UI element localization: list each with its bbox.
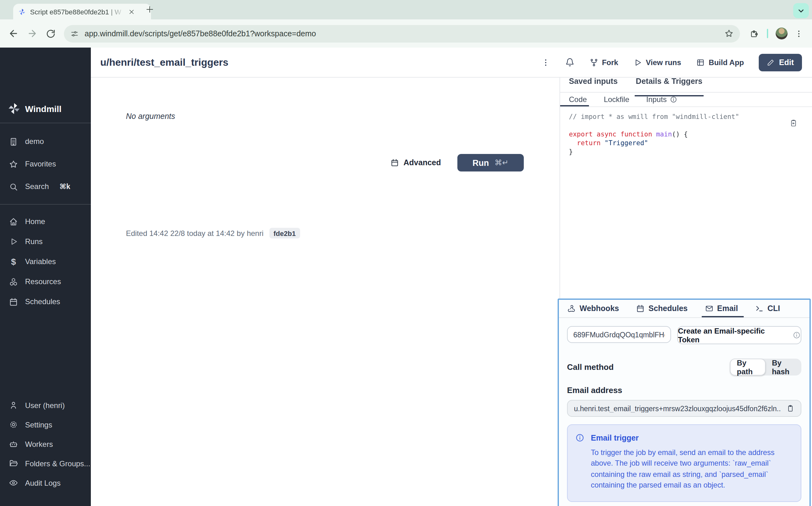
sidebar-item-label: Audit Logs	[25, 479, 60, 487]
tab-inputs[interactable]: Inputs	[646, 95, 677, 104]
advanced-label: Advanced	[404, 158, 441, 167]
header-actions: Fork View runs Build App	[541, 48, 802, 77]
back-icon[interactable]	[8, 28, 19, 39]
build-app-label: Build App	[708, 58, 744, 67]
info-icon	[793, 331, 801, 339]
details-tabs: Saved inputs Details & Triggers	[560, 77, 812, 93]
sidebar-item-folders[interactable]: Folders & Groups...	[0, 454, 91, 473]
screen: Script e857be88e0fde2b1 | W app.windmill…	[0, 0, 812, 506]
sidebar-item-label: Schedules	[25, 297, 60, 306]
tab-lockfile[interactable]: Lockfile	[604, 95, 629, 104]
code-viewer[interactable]: // import * as wmill from "windmill-clie…	[569, 112, 739, 156]
email-address-label: Email address	[567, 386, 801, 395]
call-method-label: Call method	[567, 362, 614, 372]
browser-tab[interactable]: Script e857be88e0fde2b1 | W	[13, 4, 151, 19]
advanced-button[interactable]: Advanced	[390, 158, 441, 167]
sidebar-item-user[interactable]: User (henri)	[0, 396, 91, 415]
tab-code[interactable]: Code	[569, 95, 587, 104]
edit-button[interactable]: Edit	[759, 54, 802, 71]
create-email-token-button[interactable]: Create an Email-specific Token	[677, 326, 801, 344]
sidebar-item-runs[interactable]: Runs	[0, 232, 91, 252]
email-trigger-info-box: Email trigger To trigger the job by emai…	[567, 424, 801, 502]
tab-schedules-label: Schedules	[649, 304, 688, 313]
profile-avatar[interactable]	[776, 27, 788, 39]
build-app-button[interactable]: Build App	[696, 58, 744, 67]
home-icon	[9, 217, 18, 226]
extensions-icon[interactable]	[749, 28, 759, 38]
bookmark-star-icon[interactable]	[724, 29, 734, 38]
calendar-icon	[636, 304, 645, 313]
email-trigger-info-text: To trigger the job by email, send an ema…	[591, 447, 792, 491]
sidebar-item-label: Favorites	[25, 160, 56, 168]
copy-clipboard-icon[interactable]	[786, 404, 795, 412]
toolbar-divider	[767, 29, 768, 38]
email-trigger-info-title: Email trigger	[591, 433, 639, 442]
call-method-row: Call method By path By hash	[567, 359, 801, 375]
sidebar-item-home[interactable]: Home	[0, 212, 91, 232]
search-icon	[9, 182, 18, 191]
sidebar-item-settings[interactable]: Settings	[0, 415, 91, 434]
sidebar-item-label: demo	[25, 137, 44, 146]
tab-schedules[interactable]: Schedules	[636, 300, 688, 317]
new-tab-icon[interactable]	[145, 5, 154, 14]
tab-webhooks-label: Webhooks	[580, 304, 619, 313]
sidebar-item-label: Runs	[25, 237, 43, 246]
by-hash-option[interactable]: By hash	[766, 359, 801, 375]
sidebar-item-schedules[interactable]: Schedules	[0, 291, 91, 312]
sidebar-item-variables[interactable]: $ Variables	[0, 252, 91, 272]
view-runs-button[interactable]: View runs	[633, 58, 681, 67]
browser-toolbar: app.windmill.dev/scripts/get/e857be88e0f…	[0, 19, 812, 48]
tab-email[interactable]: Email	[704, 300, 738, 317]
main-area: u/henri/test_email_triggers Fork	[91, 48, 812, 506]
close-tab-icon[interactable]	[128, 8, 135, 15]
tab-webhooks[interactable]: Webhooks	[567, 300, 619, 317]
windmill-brand[interactable]: Windmill	[7, 102, 61, 115]
url-bar[interactable]: app.windmill.dev/scripts/get/e857be88e0f…	[64, 25, 740, 42]
sidebar-item-audit-logs[interactable]: Audit Logs	[0, 473, 91, 493]
edit-label: Edit	[779, 58, 794, 67]
email-address-value: u.henri.test_email_triggers+mrsw23zlouxg…	[574, 405, 781, 412]
tab-details-triggers[interactable]: Details & Triggers	[636, 77, 703, 92]
terminal-icon	[755, 304, 764, 313]
script-header: u/henri/test_email_triggers Fork	[91, 48, 812, 78]
folder-icon	[9, 459, 18, 468]
tab-cli[interactable]: CLI	[755, 300, 780, 317]
sidebar-item-label: Settings	[25, 420, 52, 429]
tab-cli-label: CLI	[767, 304, 780, 313]
version-hash-badge[interactable]: fde2b1	[269, 228, 300, 239]
site-settings-icon[interactable]	[70, 29, 79, 38]
edited-text: Edited 14:42 22/8 today at 14:42 by henr…	[126, 229, 263, 238]
forward-icon[interactable]	[27, 28, 38, 39]
sidebar-item-label: Resources	[25, 277, 61, 286]
sidebar-item-demo[interactable]: demo	[0, 130, 91, 153]
info-icon	[670, 95, 677, 103]
call-method-toggle: By path By hash	[730, 359, 801, 375]
sidebar-item-label: Workers	[25, 440, 53, 448]
fork-icon	[589, 58, 598, 67]
sidebar-item-resources[interactable]: Resources	[0, 272, 91, 291]
tab-saved-inputs[interactable]: Saved inputs	[569, 77, 618, 92]
sidebar-item-favorites[interactable]: Favorites	[0, 153, 91, 175]
sidebar-item-search[interactable]: Search ⌘k	[0, 175, 91, 198]
sidebar-item-workers[interactable]: Workers	[0, 434, 91, 454]
calendar-icon	[390, 158, 399, 167]
tab-search-chevron-button[interactable]	[793, 3, 809, 18]
search-shortcut: ⌘k	[60, 182, 70, 191]
sidebar-item-label: User (henri)	[25, 401, 65, 410]
fork-button[interactable]: Fork	[589, 58, 618, 67]
notifications-bell-icon[interactable]	[565, 58, 574, 67]
browser-tab-strip: Script e857be88e0fde2b1 | W	[0, 0, 812, 19]
url-text[interactable]: app.windmill.dev/scripts/get/e857be88e0f…	[84, 29, 719, 38]
tab-title: Script e857be88e0fde2b1 | W	[30, 8, 124, 15]
fork-label: Fork	[602, 58, 618, 67]
copy-code-icon[interactable]	[790, 119, 798, 127]
browser-menu-icon[interactable]	[795, 29, 803, 38]
page-title: u/henri/test_email_triggers	[100, 57, 228, 68]
email-address-field[interactable]: u.henri.test_email_triggers+mrsw23zlouxg…	[567, 400, 801, 417]
email-token-input[interactable]	[567, 326, 671, 343]
more-options-icon[interactable]	[541, 58, 550, 67]
webhook-icon	[567, 304, 576, 313]
by-path-option[interactable]: By path	[730, 359, 766, 375]
run-button[interactable]: Run ⌘↵	[457, 154, 524, 171]
reload-icon[interactable]	[46, 28, 56, 38]
